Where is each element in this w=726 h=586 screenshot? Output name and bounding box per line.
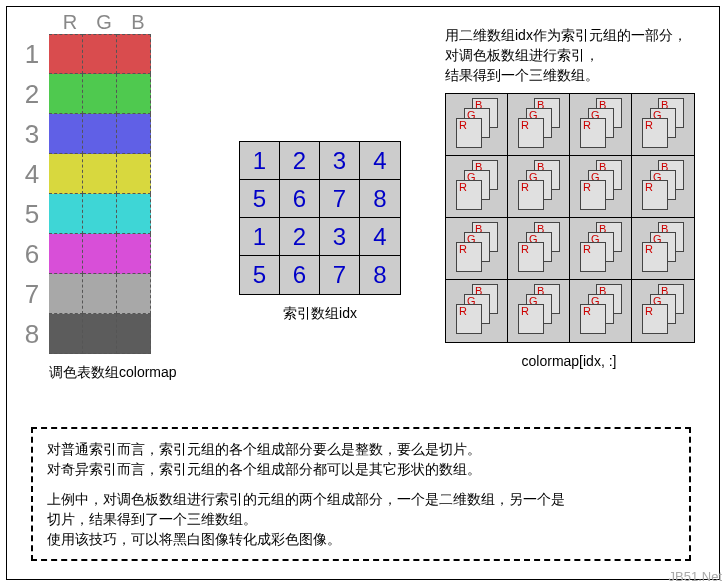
idx-cell: 2 (280, 142, 320, 180)
result-cell: BGR (632, 156, 694, 218)
colormap-rows: 12345678 (15, 34, 177, 354)
result-cell: BGR (632, 218, 694, 280)
colormap-row: 4 (15, 154, 177, 194)
result-cell: BGR (508, 218, 570, 280)
colormap-row-index: 5 (15, 199, 49, 230)
colormap-row-index: 7 (15, 279, 49, 310)
idx-block: 1234567812345678 索引数组idx (239, 141, 401, 323)
colormap-row: 3 (15, 114, 177, 154)
colormap-header: R G B (53, 11, 177, 34)
channel-card-r: R (518, 242, 544, 272)
result-cell: BGR (570, 94, 632, 156)
colormap-row: 1 (15, 34, 177, 74)
channel-card-r: R (642, 180, 668, 210)
colormap-row: 8 (15, 314, 177, 354)
result-cell: BGR (446, 280, 508, 342)
colormap-row-index: 8 (15, 319, 49, 350)
colormap-cell (49, 194, 83, 234)
channel-card-r: R (642, 118, 668, 148)
colormap-cell (83, 274, 117, 314)
idx-cell: 2 (280, 218, 320, 256)
channel-card-r: R (518, 118, 544, 148)
result-cell: BGR (632, 280, 694, 342)
channel-card-r: R (580, 304, 606, 334)
idx-cell: 6 (280, 180, 320, 218)
note-line-1: 对普通索引而言，索引元组的各个组成部分要么是整数，要么是切片。 (47, 439, 675, 459)
watermark: JB51.Net (669, 569, 722, 584)
channel-card-r: R (456, 180, 482, 210)
colormap-cell (49, 114, 83, 154)
channel-card-r: R (642, 242, 668, 272)
header-r: R (53, 11, 87, 34)
result-cell: BGR (446, 94, 508, 156)
result-cell: BGR (570, 156, 632, 218)
result-caption: colormap[idx, :] (445, 353, 693, 369)
diagram-frame: R G B 12345678 调色表数组colormap 12345678123… (6, 6, 720, 580)
result-cell: BGR (508, 156, 570, 218)
idx-cell: 1 (240, 218, 280, 256)
colormap-cell (117, 34, 151, 74)
colormap-row: 7 (15, 274, 177, 314)
colormap-cell (117, 274, 151, 314)
colormap-cell (117, 154, 151, 194)
result-cell: BGR (570, 218, 632, 280)
idx-cell: 5 (240, 256, 280, 294)
result-cell: BGR (446, 218, 508, 280)
result-cell: BGR (508, 94, 570, 156)
note-line-4: 使用该技巧，可以将黑白图像转化成彩色图像。 (47, 529, 675, 549)
colormap-row-index: 4 (15, 159, 49, 190)
idx-cell: 7 (320, 180, 360, 218)
colormap-cell (49, 154, 83, 194)
idx-cell: 7 (320, 256, 360, 294)
note-line-3a: 上例中，对调色板数组进行索引的元组的两个组成部分，一个是二维数组，另一个是 (47, 489, 675, 509)
idx-cell: 1 (240, 142, 280, 180)
header-b: B (121, 11, 155, 34)
channel-card-r: R (456, 304, 482, 334)
colormap-row-index: 6 (15, 239, 49, 270)
colormap-cell (83, 74, 117, 114)
colormap-row-index: 1 (15, 39, 49, 70)
idx-cell: 3 (320, 142, 360, 180)
result-cell: BGR (508, 280, 570, 342)
note-line-2: 对奇异索引而言，索引元组的各个组成部分都可以是其它形状的数组。 (47, 459, 675, 479)
channel-card-r: R (580, 118, 606, 148)
idx-cell: 8 (360, 256, 400, 294)
colormap-cell (117, 114, 151, 154)
note-spacer (47, 479, 675, 489)
colormap-cell (117, 74, 151, 114)
channel-card-r: R (456, 242, 482, 272)
idx-cell: 3 (320, 218, 360, 256)
result-grid: BGRBGRBGRBGRBGRBGRBGRBGRBGRBGRBGRBGRBGRB… (445, 93, 695, 343)
result-line-1: 用二维数组idx作为索引元组的一部分， (445, 25, 687, 45)
colormap-row-index: 2 (15, 79, 49, 110)
result-line-2: 对调色板数组进行索引， (445, 45, 687, 65)
idx-cell: 6 (280, 256, 320, 294)
colormap-cell (83, 34, 117, 74)
idx-cell: 8 (360, 180, 400, 218)
header-g: G (87, 11, 121, 34)
idx-cell: 4 (360, 142, 400, 180)
result-cell: BGR (632, 94, 694, 156)
channel-card-r: R (580, 180, 606, 210)
channel-card-r: R (518, 180, 544, 210)
channel-card-r: R (580, 242, 606, 272)
result-line-3: 结果得到一个三维数组。 (445, 65, 687, 85)
colormap-cell (49, 234, 83, 274)
colormap-caption: 调色表数组colormap (49, 354, 177, 382)
colormap-row: 5 (15, 194, 177, 234)
idx-cell: 4 (360, 218, 400, 256)
colormap-cell (83, 234, 117, 274)
colormap-cell (117, 234, 151, 274)
explanation-note: 对普通索引而言，索引元组的各个组成部分要么是整数，要么是切片。 对奇异索引而言，… (31, 427, 691, 561)
result-cell: BGR (570, 280, 632, 342)
colormap-block: R G B 12345678 调色表数组colormap (15, 11, 177, 382)
colormap-cell (117, 194, 151, 234)
colormap-row-index: 3 (15, 119, 49, 150)
colormap-cell (49, 34, 83, 74)
idx-cell: 5 (240, 180, 280, 218)
colormap-row: 2 (15, 74, 177, 114)
channel-card-r: R (456, 118, 482, 148)
colormap-cell (49, 74, 83, 114)
colormap-row: 6 (15, 234, 177, 274)
colormap-cell (117, 314, 151, 354)
